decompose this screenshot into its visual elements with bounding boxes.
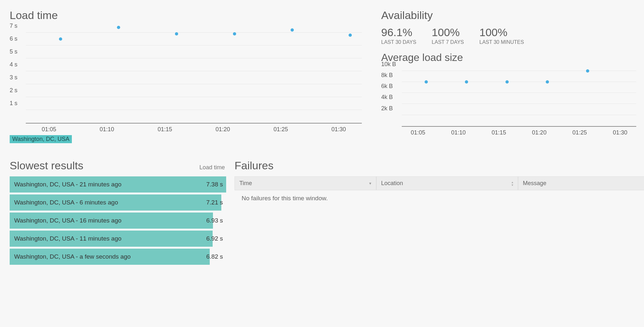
availability-label: LAST 7 DAYS bbox=[432, 39, 464, 45]
availability-stat-30days: 96.1% LAST 30 DAYS bbox=[381, 26, 416, 45]
bottom-row: Slowest results Load time Washington, DC… bbox=[0, 143, 644, 267]
y-tick-label: 10k B bbox=[381, 61, 399, 67]
slowest-panel: Slowest results Load time Washington, DC… bbox=[10, 159, 226, 267]
x-tick-label: 01:30 bbox=[332, 126, 346, 133]
slowest-result-label: Washington, DC, USA - a few seconds ago bbox=[14, 253, 131, 260]
load-size-title: Average load size bbox=[381, 52, 636, 64]
data-point[interactable] bbox=[175, 32, 178, 35]
slowest-result-row[interactable]: Washington, DC, USA - 21 minutes ago7.38… bbox=[10, 176, 226, 193]
slowest-result-value: 7.38 s bbox=[206, 181, 223, 188]
load-size-chart[interactable]: 2k B4k B6k B8k B10k B 01:0501:1001:1501:… bbox=[381, 68, 636, 136]
availability-value: 100% bbox=[479, 26, 524, 39]
data-point[interactable] bbox=[59, 37, 62, 41]
x-tick-label: 01:25 bbox=[572, 129, 587, 136]
load-time-panel: Load time 1 s2 s3 s4 s5 s6 s7 s 01:0501:… bbox=[10, 9, 362, 143]
x-tick-label: 01:25 bbox=[274, 126, 288, 133]
y-tick-label: 6k B bbox=[381, 83, 399, 90]
data-point[interactable] bbox=[117, 26, 120, 29]
slowest-result-label: Washington, DC, USA - 16 minutes ago bbox=[14, 217, 121, 224]
availability-stat-30min: 100% LAST 30 MINUTES bbox=[479, 26, 524, 45]
slowest-result-value: 6.92 s bbox=[206, 235, 223, 242]
gridline bbox=[26, 84, 362, 84]
availability-value: 100% bbox=[432, 26, 464, 39]
data-point[interactable] bbox=[425, 80, 428, 84]
sort-both-icon: ▴▾ bbox=[512, 181, 513, 186]
load-time-title: Load time bbox=[10, 9, 362, 22]
availability-stat-7days: 100% LAST 7 DAYS bbox=[432, 26, 464, 45]
top-row: Load time 1 s2 s3 s4 s5 s6 s7 s 01:0501:… bbox=[0, 0, 644, 143]
data-point[interactable] bbox=[546, 80, 549, 84]
slowest-result-value: 6.82 s bbox=[206, 253, 223, 260]
data-point[interactable] bbox=[586, 69, 589, 73]
gridline bbox=[402, 115, 636, 115]
failures-col-message[interactable]: Message bbox=[518, 176, 644, 190]
x-tick-label: 01:15 bbox=[158, 126, 172, 133]
slowest-result-label: Washington, DC, USA - 21 minutes ago bbox=[14, 181, 121, 188]
y-tick-label: 7 s bbox=[10, 23, 23, 29]
gridline bbox=[26, 97, 362, 97]
data-point[interactable] bbox=[233, 32, 236, 35]
gridline bbox=[26, 45, 362, 45]
gridline bbox=[402, 93, 636, 93]
slowest-result-row[interactable]: Washington, DC, USA - 11 minutes ago6.92… bbox=[10, 231, 226, 247]
gridline bbox=[402, 82, 636, 82]
y-tick-label: 2 s bbox=[10, 87, 23, 94]
slowest-subhead: Load time bbox=[199, 164, 226, 171]
y-tick-label: 5 s bbox=[10, 48, 23, 55]
y-tick-label: 2k B bbox=[381, 105, 399, 112]
availability-label: LAST 30 MINUTES bbox=[479, 39, 524, 45]
slowest-result-label: Washington, DC, USA - 6 minutes ago bbox=[14, 199, 118, 206]
data-point[interactable] bbox=[349, 34, 352, 37]
x-tick-label: 01:20 bbox=[532, 129, 546, 136]
y-tick-label: 8k B bbox=[381, 72, 399, 78]
data-point[interactable] bbox=[291, 28, 294, 32]
x-tick-label: 01:05 bbox=[42, 126, 56, 133]
right-panel: Availability 96.1% LAST 30 DAYS 100% LAS… bbox=[381, 9, 636, 143]
data-point[interactable] bbox=[465, 80, 468, 84]
sort-desc-icon: ▾ bbox=[369, 181, 371, 185]
failures-col-location[interactable]: Location ▴▾ bbox=[376, 176, 518, 190]
load-time-plot-area[interactable]: 1 s2 s3 s4 s5 s6 s7 s bbox=[26, 26, 362, 124]
slowest-result-row[interactable]: Washington, DC, USA - 16 minutes ago6.93… bbox=[10, 213, 226, 229]
data-point[interactable] bbox=[505, 80, 509, 84]
failures-col-time[interactable]: Time ▾ bbox=[235, 176, 376, 190]
availability-title: Availability bbox=[381, 9, 636, 22]
failures-col-message-label: Message bbox=[523, 180, 546, 187]
failures-col-time-label: Time bbox=[239, 180, 252, 187]
x-tick-label: 01:10 bbox=[451, 129, 466, 136]
gridline bbox=[402, 104, 636, 104]
availability-value: 96.1% bbox=[381, 26, 416, 39]
y-tick-label: 3 s bbox=[10, 74, 23, 81]
failures-table-header: Time ▾ Location ▴▾ Message bbox=[235, 176, 644, 190]
load-time-legend[interactable]: Washington, DC, USA bbox=[10, 135, 72, 143]
slowest-list: Washington, DC, USA - 21 minutes ago7.38… bbox=[10, 176, 226, 265]
gridline bbox=[26, 32, 362, 33]
x-tick-label: 01:30 bbox=[613, 129, 627, 136]
load-time-chart[interactable]: 1 s2 s3 s4 s5 s6 s7 s 01:0501:1001:1501:… bbox=[10, 26, 362, 133]
y-tick-label: 1 s bbox=[10, 100, 23, 107]
x-tick-label: 01:20 bbox=[216, 126, 230, 133]
slowest-result-value: 6.93 s bbox=[206, 217, 223, 224]
gridline bbox=[26, 71, 362, 71]
x-tick-label: 01:05 bbox=[411, 129, 425, 136]
y-tick-label: 4 s bbox=[10, 61, 23, 68]
failures-title: Failures bbox=[235, 159, 644, 172]
gridline bbox=[402, 71, 636, 71]
slowest-title: Slowest results bbox=[10, 159, 83, 172]
failures-col-location-label: Location bbox=[381, 180, 403, 187]
x-tick-label: 01:15 bbox=[492, 129, 506, 136]
slowest-result-row[interactable]: Washington, DC, USA - a few seconds ago6… bbox=[10, 249, 226, 265]
load-time-xaxis: 01:0501:1001:1501:2001:2501:30 bbox=[26, 124, 362, 133]
gridline bbox=[26, 58, 362, 58]
y-tick-label: 6 s bbox=[10, 35, 23, 42]
availability-stats: 96.1% LAST 30 DAYS 100% LAST 7 DAYS 100%… bbox=[381, 26, 636, 45]
load-size-xaxis: 01:0501:1001:1501:2001:2501:30 bbox=[402, 127, 636, 136]
slowest-result-label: Washington, DC, USA - 11 minutes ago bbox=[14, 235, 121, 242]
y-tick-label: 4k B bbox=[381, 94, 399, 101]
load-size-plot-area[interactable]: 2k B4k B6k B8k B10k B bbox=[402, 68, 636, 127]
availability-label: LAST 30 DAYS bbox=[381, 39, 416, 45]
slowest-result-value: 7.21 s bbox=[206, 199, 223, 206]
failures-empty-message: No failures for this time window. bbox=[235, 190, 644, 206]
slowest-result-row[interactable]: Washington, DC, USA - 6 minutes ago7.21 … bbox=[10, 194, 226, 211]
gridline bbox=[26, 110, 362, 110]
